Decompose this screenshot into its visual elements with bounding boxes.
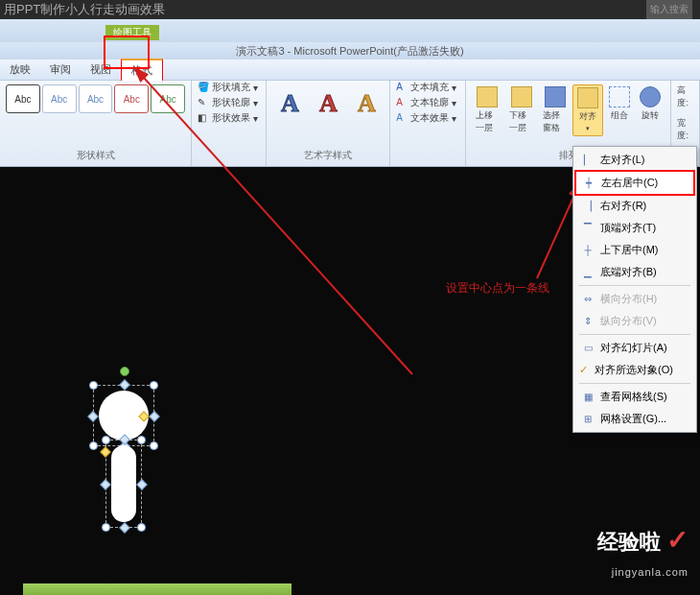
resize-handle[interactable] xyxy=(89,381,98,390)
shape-style-3[interactable]: Abc xyxy=(79,84,113,113)
rotate-button[interactable]: 旋转 xyxy=(636,84,665,136)
align-top-icon: ▔ xyxy=(581,222,595,235)
shape-style-gallery[interactable]: Abc Abc Abc Abc Abc xyxy=(6,84,185,113)
shape-style-5[interactable]: Abc xyxy=(151,84,185,113)
menu-align-bottom[interactable]: ▁底端对齐(B) xyxy=(575,261,694,283)
check-icon: ✓ xyxy=(579,364,588,376)
width-label: 宽度: xyxy=(677,117,693,142)
menu-align-selected[interactable]: ✓对齐所选对象(O) xyxy=(575,359,694,381)
bring-forward-icon xyxy=(477,86,498,107)
shape-outline-button[interactable]: ✎形状轮廓 ▾ xyxy=(198,96,260,109)
tab-review[interactable]: 审阅 xyxy=(40,60,81,80)
resize-handle[interactable] xyxy=(149,411,159,421)
wordart-style-2[interactable]: A xyxy=(311,84,345,123)
menu-align-to-slide[interactable]: ▭对齐幻灯片(A) xyxy=(575,337,694,359)
check-icon: ✓ xyxy=(666,525,688,555)
resize-handle[interactable] xyxy=(137,523,146,532)
align-button[interactable]: 对齐▾ xyxy=(572,84,603,136)
resize-handle[interactable] xyxy=(150,381,158,390)
text-outline-button[interactable]: A文本轮廓 ▾ xyxy=(396,96,458,109)
adjust-handle[interactable] xyxy=(100,446,110,457)
align-bottom-icon: ▁ xyxy=(581,266,595,279)
search-badge[interactable]: 输入搜索 xyxy=(646,0,692,19)
menu-separator xyxy=(579,285,690,286)
watermark-url: jingyanla.com xyxy=(612,566,688,578)
shape-style-2[interactable]: Abc xyxy=(42,84,77,113)
page-header: 用PPT制作小人行走动画效果 输入搜索 xyxy=(0,0,700,19)
resize-handle[interactable] xyxy=(87,411,98,421)
shape-fill-button[interactable]: 🪣形状填充 ▾ xyxy=(198,81,260,94)
wordart-style-3[interactable]: A xyxy=(349,84,384,123)
selection-body xyxy=(105,440,142,528)
group-label-wordart: 艺术字样式 xyxy=(272,149,384,162)
resize-handle[interactable] xyxy=(137,436,146,444)
selection-pane-button[interactable]: 选择窗格 xyxy=(539,84,571,136)
resize-handle[interactable] xyxy=(119,379,129,390)
align-icon xyxy=(577,87,598,108)
distribute-v-icon: ⇕ xyxy=(581,315,595,328)
resize-handle[interactable] xyxy=(119,522,129,533)
resize-handle[interactable] xyxy=(102,523,110,532)
wordart-style-1[interactable]: A xyxy=(272,84,307,123)
group-button[interactable]: 组合 xyxy=(605,84,634,136)
bring-forward-button[interactable]: 上移一层 xyxy=(472,84,503,136)
slide-strip xyxy=(23,583,292,595)
menu-distribute-v: ⇕纵向分布(V) xyxy=(575,310,694,332)
settings-icon: ⊞ xyxy=(581,413,595,426)
align-right-icon: ▕ xyxy=(581,200,595,213)
shape-effects-button[interactable]: ◧形状效果 ▾ xyxy=(198,111,260,125)
menu-align-top[interactable]: ▔顶端对齐(T) xyxy=(575,217,694,239)
menu-align-center[interactable]: ┿左右居中(C) xyxy=(574,170,695,196)
align-left-icon: ▏ xyxy=(581,154,595,167)
selection-pane-icon xyxy=(545,86,566,107)
resize-handle[interactable] xyxy=(136,479,147,489)
align-middle-icon: ┼ xyxy=(581,244,595,257)
bucket-icon: 🪣 xyxy=(198,82,209,93)
text-fill-icon: A xyxy=(396,82,408,93)
menu-align-middle[interactable]: ┼上下居中(M) xyxy=(575,239,694,261)
menu-align-right[interactable]: ▕右对齐(R) xyxy=(575,195,694,217)
align-dropdown-menu: ▏左对齐(L) ┿左右居中(C) ▕右对齐(R) ▔顶端对齐(T) ┼上下居中(… xyxy=(572,146,697,433)
grid-icon: ▦ xyxy=(581,391,595,404)
menu-grid-settings[interactable]: ⊞网格设置(G)... xyxy=(575,408,694,430)
menu-view-gridlines[interactable]: ▦查看网格线(S) xyxy=(575,386,694,408)
distribute-h-icon: ⇔ xyxy=(581,293,595,306)
watermark-brand: 经验啦 xyxy=(597,530,661,554)
rotate-icon xyxy=(640,86,661,107)
slide-icon: ▭ xyxy=(581,342,595,355)
text-effects-icon: A xyxy=(396,112,408,124)
tab-slideshow[interactable]: 放映 xyxy=(0,60,40,80)
height-label: 高度: xyxy=(677,84,693,109)
resize-handle[interactable] xyxy=(89,441,98,450)
align-center-icon: ┿ xyxy=(582,177,595,190)
resize-handle[interactable] xyxy=(102,436,110,444)
effects-icon: ◧ xyxy=(198,112,209,124)
menu-separator xyxy=(579,334,690,335)
adjust-handle[interactable] xyxy=(138,411,149,421)
menu-align-left[interactable]: ▏左对齐(L) xyxy=(575,149,694,171)
pen-icon: ✎ xyxy=(198,97,209,108)
menu-separator xyxy=(579,383,690,384)
annotation-highlight-format xyxy=(104,36,150,69)
resize-handle[interactable] xyxy=(150,441,158,450)
shape-style-1[interactable]: Abc xyxy=(6,84,40,113)
watermark: 经验啦 ✓ jingyanla.com xyxy=(597,524,688,582)
send-backward-button[interactable]: 下移一层 xyxy=(505,84,537,136)
shape-style-4[interactable]: Abc xyxy=(114,84,149,113)
group-label-shapes: 形状样式 xyxy=(6,149,185,162)
group-icon xyxy=(609,86,630,107)
page-title: 用PPT制作小人行走动画效果 xyxy=(4,0,165,19)
resize-handle[interactable] xyxy=(100,479,110,489)
annotation-text: 设置中心点为一条线 xyxy=(446,280,549,297)
send-backward-icon xyxy=(511,86,532,107)
rotation-handle[interactable] xyxy=(120,367,129,376)
wordart-gallery[interactable]: A A A xyxy=(272,84,384,123)
menu-distribute-h: ⇔横向分布(H) xyxy=(575,288,694,310)
text-fill-button[interactable]: A文本填充 ▾ xyxy=(396,81,458,94)
text-outline-icon: A xyxy=(396,97,408,108)
text-effects-button[interactable]: A文本效果 ▾ xyxy=(396,111,458,125)
